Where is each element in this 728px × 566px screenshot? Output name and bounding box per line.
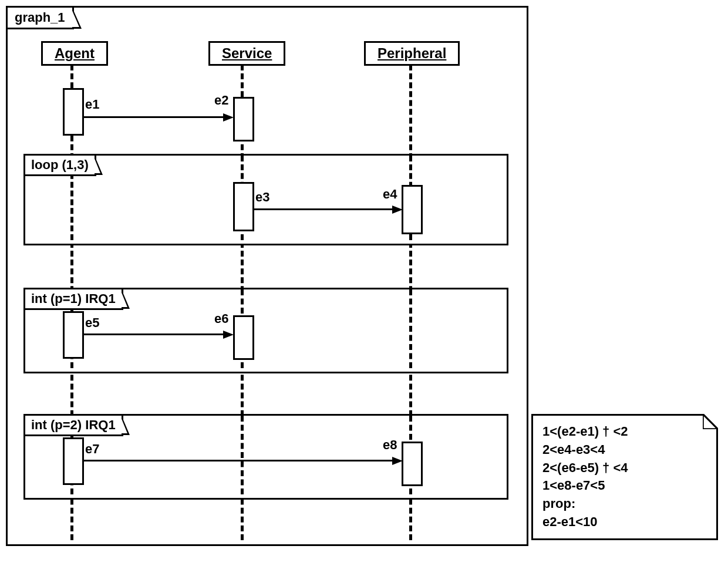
fragment-int1-text: int (p=1) IRQ1 [31, 291, 116, 306]
note-fold-icon [703, 414, 718, 429]
event-e1: e1 [85, 97, 99, 112]
note-line-1: 1<(e2-e1) † <2 [542, 423, 707, 441]
event-e2: e2 [214, 93, 228, 108]
event-e8: e8 [383, 437, 397, 453]
fragment-loop-label: loop (1,3) [23, 154, 96, 176]
frame-title: graph_1 [6, 6, 74, 29]
lifeline-peripheral-seg2 [409, 289, 412, 368]
event-e3: e3 [255, 190, 269, 205]
activation-peripheral-1 [402, 185, 423, 234]
lifeline-peripheral-label: Peripheral [378, 45, 446, 61]
event-e4: e4 [383, 187, 397, 202]
lifeline-agent-header: Agent [41, 41, 108, 66]
fragment-int2-label: int (p=2) IRQ1 [23, 414, 123, 436]
note-line-4: 1<e8-e7<5 [542, 477, 707, 495]
lifeline-service-header: Service [208, 41, 285, 66]
lifeline-service-label: Service [222, 45, 272, 61]
sequence-diagram: graph_1 Agent Service Peripheral e1 e2 l… [6, 6, 722, 560]
activation-service-2 [233, 182, 254, 231]
note-line-2: 2<e4-e3<4 [542, 441, 707, 459]
activation-agent-3 [63, 437, 84, 485]
event-e6: e6 [214, 311, 228, 326]
activation-service-1 [233, 97, 254, 142]
constraint-note: 1<(e2-e1) † <2 2<e4-e3<4 2<(e6-e5) † <4 … [531, 414, 718, 540]
note-line-5: prop: [542, 495, 707, 513]
fragment-int1-label: int (p=1) IRQ1 [23, 288, 123, 310]
fragment-loop-text: loop (1,3) [31, 157, 89, 172]
activation-service-3 [233, 315, 254, 360]
lifeline-agent-label: Agent [55, 45, 95, 61]
event-e7: e7 [85, 442, 99, 457]
activation-peripheral-2 [402, 442, 423, 486]
note-line-3: 2<(e6-e5) † <4 [542, 459, 707, 477]
activation-agent-1 [63, 88, 84, 136]
note-line-6: e2-e1<10 [542, 513, 707, 531]
fragment-int2-text: int (p=2) IRQ1 [31, 417, 116, 432]
frame-title-text: graph_1 [15, 10, 65, 25]
lifeline-service-seg3 [241, 416, 244, 494]
activation-agent-2 [63, 311, 84, 359]
lifeline-peripheral-header: Peripheral [364, 41, 460, 66]
event-e5: e5 [85, 315, 99, 331]
